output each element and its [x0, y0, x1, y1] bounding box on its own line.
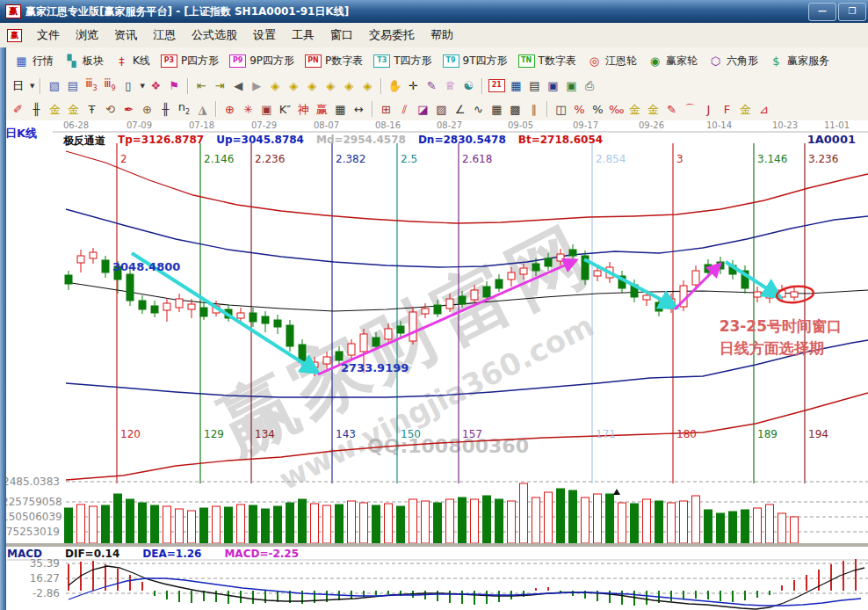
bars-9-icon[interactable]: ⅲ9 — [100, 75, 119, 97]
arc-icon[interactable]: ⌒ — [681, 101, 699, 118]
angle-lines-icon[interactable]: ∠ — [451, 101, 469, 118]
diamond-all-icon[interactable]: ◈ — [358, 77, 377, 94]
wave-icon[interactable]: ∿ — [469, 101, 488, 118]
first-bar-icon[interactable]: ⇤ — [192, 77, 211, 94]
menu-item-tools[interactable]: 工具 — [284, 25, 322, 44]
menu-item-file[interactable]: 文件 — [29, 25, 68, 44]
candle-style-icon[interactable]: ▯▼ — [119, 77, 146, 94]
p-digit-table-button[interactable]: PNP数字表 — [300, 52, 368, 70]
kline-icon: ‡ — [114, 54, 129, 69]
last-bar-icon[interactable]: ⇥ — [211, 77, 229, 94]
cycle-clock-icon[interactable]: ⊕ — [138, 101, 156, 118]
fan-lines-icon[interactable]: ⫽ — [395, 101, 414, 118]
f-line-icon[interactable]: Ŧ — [83, 101, 101, 118]
period-day-dropdown[interactable]: 日▼ — [9, 77, 36, 94]
pen-tool-icon[interactable]: ✐ — [9, 101, 27, 118]
cup-icon[interactable]: ♕ — [441, 77, 459, 94]
chart-canvas[interactable] — [0, 120, 868, 610]
drag-hand-icon[interactable]: ✋ — [386, 77, 404, 94]
f-angle-icon[interactable]: F — [718, 101, 736, 118]
diamond-h-icon[interactable]: ◈ — [303, 77, 322, 94]
percent-icon[interactable]: % — [589, 101, 607, 118]
gold-line2-icon[interactable]: 金 — [64, 101, 83, 118]
price-grid-icon[interactable]: ⊞ — [377, 101, 395, 118]
winner-service-button[interactable]: $赢家服务 — [763, 52, 835, 70]
minimize-button[interactable]: — — [808, 3, 836, 21]
save-icon[interactable]: ▣ — [544, 77, 562, 94]
mdi-child-icon[interactable]: 赢 — [7, 29, 22, 42]
chart-area[interactable]: 赢家财富网 www.yingjia360.com QQ:100800360 日K… — [0, 120, 868, 610]
menu-item-gann[interactable]: 江恩 — [145, 25, 184, 44]
diamond-right-icon[interactable]: ◈ — [285, 77, 303, 94]
shen-tool-icon[interactable]: 神 — [294, 101, 313, 118]
gold-angle-icon[interactable]: 金 — [736, 101, 755, 118]
marker-pin-icon[interactable]: ✎ — [423, 77, 441, 94]
star-burst-icon[interactable]: ✳ — [239, 101, 257, 118]
spiral-icon[interactable]: ⟲ — [101, 101, 119, 118]
gold-line-icon[interactable]: 金 — [46, 101, 64, 118]
k-mark-icon[interactable]: K″ — [276, 101, 294, 118]
shaded-square-icon[interactable]: ◪ — [414, 101, 432, 118]
menu-item-trade-entrust[interactable]: 交易委托 — [361, 25, 423, 44]
candlestick — [483, 287, 490, 297]
calculator-icon[interactable]: ▦ — [507, 77, 525, 94]
brush-icon[interactable]: ✒ — [119, 101, 138, 118]
note-icon[interactable]: ▤ — [63, 77, 82, 94]
gann-circle-icon[interactable]: ⊕ — [221, 101, 239, 118]
column-count-icon[interactable]: ◫ — [552, 101, 570, 118]
prev-bar-icon[interactable]: ◀ — [229, 77, 248, 94]
t-square-button[interactable]: T3T四方形 — [368, 52, 437, 70]
permille-icon[interactable]: ‰ — [607, 101, 626, 118]
percent-line-icon[interactable]: % — [570, 101, 589, 118]
menu-item-window[interactable]: 窗口 — [322, 25, 361, 44]
hatch-square-icon[interactable]: ▨ — [432, 101, 451, 118]
ruler-123-icon[interactable]: ▦ — [331, 101, 350, 118]
winner-wheel-button[interactable]: ◉赢家轮 — [642, 52, 703, 70]
printer-icon[interactable]: ⎙ — [581, 77, 599, 94]
save-web-icon[interactable]: ▣ — [562, 77, 581, 94]
quotes-button[interactable]: ▦行情 — [9, 52, 59, 70]
t-digit-table-button[interactable]: TNT数字表 — [513, 52, 582, 70]
bars-3-icon[interactable]: ⅲ3 — [82, 75, 100, 97]
9p-square-button[interactable]: P99P四方形 — [224, 52, 300, 70]
flag-colors-icon[interactable]: ⚑ — [165, 77, 184, 94]
gold-circle-icon[interactable]: 金 — [626, 101, 644, 118]
diamond-v-icon[interactable]: ◈ — [322, 77, 340, 94]
menu-item-settings[interactable]: 设置 — [245, 25, 284, 44]
time-ticks-icon[interactable]: ╫ — [156, 101, 175, 118]
grid-box-icon[interactable]: ▦ — [488, 101, 506, 118]
j-line-icon[interactable]: J — [699, 101, 718, 118]
maximize-button[interactable]: ❐ — [838, 3, 866, 21]
menu-item-browse[interactable]: 浏览 — [68, 25, 106, 44]
crosshair-icon[interactable]: ✛ — [404, 77, 423, 94]
volume-bar — [766, 505, 774, 543]
grid-ticks-icon[interactable]: ╫ — [27, 101, 46, 118]
kline-button[interactable]: ‡K线 — [109, 52, 156, 70]
width-measure-icon[interactable]: ↔ — [350, 101, 368, 118]
gann-wheel-button[interactable]: ◎江恩轮 — [582, 52, 642, 70]
hexagon-button[interactable]: ⬡六角形 — [703, 52, 763, 70]
p-square-button[interactable]: P3P四方形 — [156, 52, 224, 70]
diamond-left-icon[interactable]: ◈ — [266, 77, 285, 94]
next-bar-icon[interactable]: ▶ — [248, 77, 266, 94]
menu-item-news[interactable]: 资讯 — [106, 25, 145, 44]
menu-item-help[interactable]: 帮助 — [423, 25, 461, 44]
marker-pen-icon[interactable]: ✎ — [662, 101, 681, 118]
flag-ruler-icon[interactable]: ◮ — [193, 101, 212, 118]
layout-icon[interactable]: ▧ — [45, 77, 63, 94]
dense-grid-icon[interactable]: ▩ — [506, 101, 524, 118]
gann-figure-icon[interactable]: ❖ — [147, 77, 165, 94]
notebook-icon[interactable]: ▤ — [525, 77, 544, 94]
n-square-icon[interactable]: n2 — [175, 98, 193, 120]
gold-level-icon[interactable]: 金 — [644, 101, 662, 118]
ying-tool-icon[interactable]: 赢 — [313, 101, 331, 118]
speed-line-icon[interactable]: ⊿ — [755, 101, 773, 118]
9t-square-button[interactable]: T99T四方形 — [438, 52, 513, 70]
square-star-icon[interactable]: ▣ — [257, 101, 276, 118]
sectors-button[interactable]: ▚板块 — [59, 52, 109, 70]
diamond-cross-icon[interactable]: ◈ — [340, 77, 358, 94]
parallel-lines-icon[interactable]: ∥ — [524, 101, 543, 118]
taiji-icon[interactable]: ☯ — [459, 77, 478, 94]
menu-item-formula-stock-pick[interactable]: 公式选股 — [184, 25, 245, 44]
calendar-icon[interactable]: 21 — [487, 78, 507, 93]
